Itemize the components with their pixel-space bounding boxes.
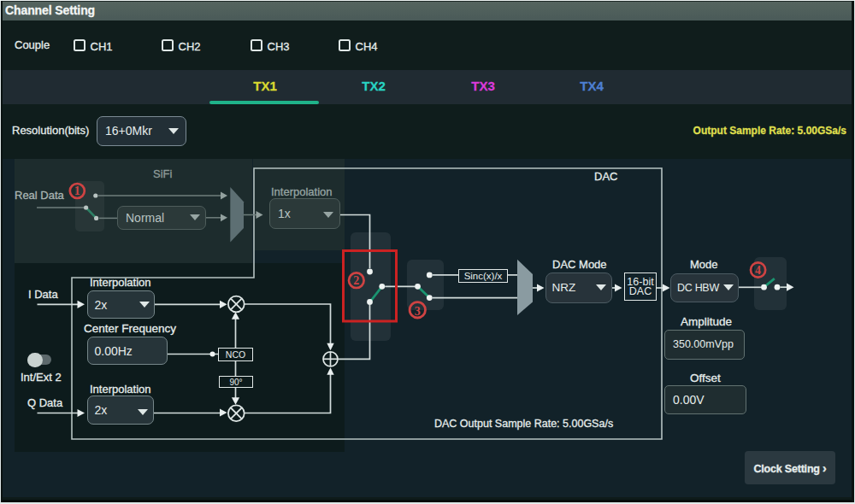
svg-text:2: 2 [353,274,359,287]
svg-text:4: 4 [755,264,761,277]
svg-text:3: 3 [415,305,421,318]
svg-text:1: 1 [74,185,80,197]
